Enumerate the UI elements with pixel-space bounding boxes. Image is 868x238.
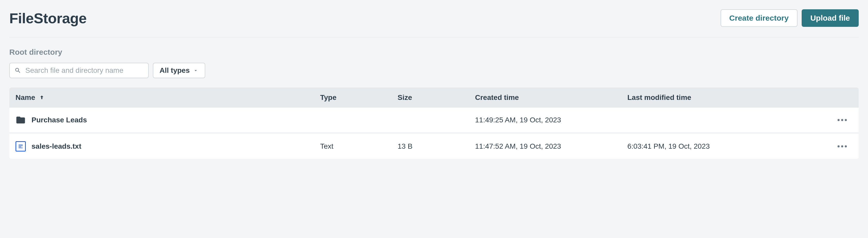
svg-point-4 (841, 145, 843, 147)
filters-row: All types (9, 63, 859, 78)
page-root: FileStorage Create directory Upload file… (0, 0, 868, 159)
header-divider (9, 37, 859, 37)
row-name-label: Purchase Leads (31, 116, 87, 124)
svg-point-1 (841, 119, 843, 121)
row-name-cell: Purchase Leads (16, 115, 320, 125)
column-header-type[interactable]: Type (320, 93, 398, 102)
more-horizontal-icon (837, 145, 847, 148)
column-header-name-label: Name (16, 93, 35, 102)
folder-icon (16, 115, 26, 125)
page-header: FileStorage Create directory Upload file (9, 9, 859, 27)
column-header-created[interactable]: Created time (475, 93, 627, 102)
row-type-cell: Text (320, 142, 398, 150)
upload-file-button[interactable]: Upload file (802, 9, 859, 27)
row-modified-cell: 6:03:41 PM, 19 Oct, 2023 (627, 142, 832, 150)
row-size-cell: 13 B (398, 142, 475, 150)
row-actions-cell (832, 143, 852, 150)
search-icon (14, 67, 21, 74)
search-box (9, 63, 149, 78)
row-more-button[interactable] (835, 116, 849, 124)
row-created-cell: 11:49:25 AM, 19 Oct, 2023 (475, 116, 627, 124)
row-name-cell: sales-leads.txt (16, 141, 320, 151)
row-more-button[interactable] (835, 143, 849, 150)
file-table: Name Type Size Created time Last modifie… (9, 88, 859, 159)
more-horizontal-icon (837, 118, 847, 122)
svg-point-5 (845, 145, 847, 147)
chevron-down-icon (193, 68, 198, 73)
breadcrumb[interactable]: Root directory (9, 48, 859, 57)
type-filter-dropdown[interactable]: All types (153, 63, 205, 78)
table-header-row: Name Type Size Created time Last modifie… (9, 88, 859, 108)
create-directory-button[interactable]: Create directory (720, 9, 798, 27)
table-row[interactable]: sales-leads.txt Text 13 B 11:47:52 AM, 1… (9, 134, 859, 159)
sort-asc-icon (39, 94, 45, 101)
svg-point-3 (838, 145, 840, 147)
column-header-size[interactable]: Size (398, 93, 475, 102)
table-row[interactable]: Purchase Leads 11:49:25 AM, 19 Oct, 2023 (9, 108, 859, 132)
page-title: FileStorage (9, 10, 87, 27)
header-actions: Create directory Upload file (720, 9, 859, 27)
svg-point-0 (838, 119, 840, 121)
row-actions-cell (832, 116, 852, 124)
type-filter-label: All types (160, 66, 190, 75)
file-icon (16, 141, 26, 151)
column-header-name[interactable]: Name (16, 93, 320, 102)
row-name-label: sales-leads.txt (31, 142, 81, 150)
row-created-cell: 11:47:52 AM, 19 Oct, 2023 (475, 142, 627, 150)
column-header-modified[interactable]: Last modified time (627, 93, 832, 102)
svg-point-2 (845, 119, 847, 121)
search-input[interactable] (9, 63, 149, 78)
